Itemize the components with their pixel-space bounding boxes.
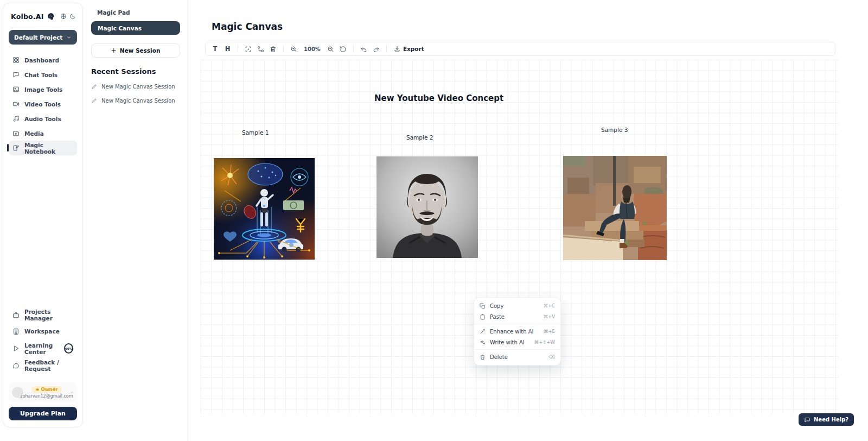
- sidebar-item-magic-notebook[interactable]: Magic Notebook: [9, 141, 77, 155]
- sidebar-item-label: Audio Tools: [24, 116, 61, 122]
- undo-button[interactable]: [358, 43, 370, 54]
- sidebar-item-label: Dashboard: [24, 57, 59, 64]
- sidebar-item-chat-tools[interactable]: Chat Tools: [9, 67, 77, 82]
- trash-icon: [480, 354, 486, 360]
- undo-icon: [360, 46, 367, 53]
- chevron-up-icon: [70, 390, 74, 394]
- need-help-button[interactable]: Need Help?: [799, 413, 854, 426]
- message-circle-icon: [12, 362, 20, 369]
- delete-tool-button[interactable]: [267, 43, 279, 54]
- upgrade-plan-button[interactable]: Upgrade Plan: [9, 407, 77, 420]
- panel-item-magic-pad[interactable]: Magic Pad: [91, 9, 180, 16]
- toolbar-divider: [283, 45, 284, 53]
- context-menu-label: Enhance with AI: [490, 329, 533, 335]
- page-title: Magic Canvas: [212, 21, 283, 32]
- trash-icon: [270, 46, 277, 53]
- sidebar-item-audio-tools[interactable]: Audio Tools: [9, 111, 77, 126]
- reset-view-button[interactable]: [337, 43, 349, 54]
- context-menu-item-enhance-with-ai[interactable]: Enhance with AI ⌘+E: [474, 326, 560, 337]
- sidebar-item-image-tools[interactable]: Image Tools: [9, 82, 77, 97]
- play-icon: [12, 345, 20, 352]
- sidebar-item-projects-manager[interactable]: Projects Manager: [9, 307, 77, 323]
- context-menu-item-write-with-ai[interactable]: Write with AI ⌘+⇧+W: [474, 337, 560, 348]
- context-menu-label: Paste: [490, 314, 505, 320]
- toolbar-divider: [353, 45, 354, 53]
- sidebar-item-video-tools[interactable]: Video Tools: [9, 97, 77, 111]
- redo-button[interactable]: [370, 43, 382, 54]
- need-help-label: Need Help?: [814, 417, 848, 423]
- recent-sessions-heading: Recent Sessions: [91, 67, 180, 75]
- context-menu-item-paste[interactable]: Paste ⌘+V: [474, 311, 560, 322]
- text-tool-glyph: T: [213, 45, 218, 53]
- panel-item-magic-canvas[interactable]: Magic Canvas: [91, 21, 180, 35]
- download-icon: [394, 46, 400, 52]
- role-badge: Owner: [31, 386, 61, 393]
- sidebar-item-label: Magic Notebook: [24, 142, 73, 155]
- chevron-down-icon: [66, 35, 72, 40]
- session-item[interactable]: New Magic Canvas Session: [91, 98, 180, 104]
- help-chat-icon: [804, 417, 810, 423]
- media-folder-icon: [12, 130, 20, 137]
- text-tool-button[interactable]: T: [209, 43, 221, 54]
- ai-select-button[interactable]: [242, 43, 254, 54]
- active-indicator: [7, 144, 9, 152]
- sample-image-1[interactable]: [214, 158, 315, 260]
- context-menu-label: Copy: [490, 303, 503, 309]
- sidebar-item-label: Video Tools: [24, 101, 61, 108]
- toolbar-divider: [238, 45, 238, 53]
- sidebar-item-dashboard[interactable]: Dashboard: [9, 53, 77, 67]
- sample-image-3[interactable]: [563, 156, 667, 260]
- sessions-panel: Magic Pad Magic Canvas + New Session Rec…: [84, 0, 188, 441]
- plus-icon: +: [111, 47, 117, 54]
- heading-tool-button[interactable]: H: [221, 43, 234, 54]
- notebook-pen-icon: [12, 144, 20, 152]
- language-globe-icon[interactable]: [60, 12, 67, 21]
- sample-1-label[interactable]: Sample 1: [242, 129, 269, 136]
- learning-progress-badge: 66%: [64, 343, 73, 354]
- canvas-heading[interactable]: New Youtube Video Concept: [374, 93, 503, 103]
- sample-image-2[interactable]: [376, 156, 478, 258]
- context-menu-shortcut: ⌘+⇧+W: [534, 339, 555, 345]
- user-email: zoharvan12@gmail.com: [20, 394, 73, 399]
- brand-logo: Kolbo.AI: [11, 12, 44, 21]
- redo-icon: [373, 46, 380, 53]
- briefcase-icon: [12, 312, 20, 319]
- context-menu-shortcut: ⌘+C: [543, 303, 555, 308]
- sidebar-nav: Dashboard Chat Tools Image Tools Video T…: [9, 53, 77, 155]
- new-session-label: New Session: [120, 47, 161, 54]
- workflow-button[interactable]: [254, 43, 267, 54]
- sidebar-item-workspace[interactable]: Workspace: [9, 323, 77, 339]
- magic-canvas-grid[interactable]: New Youtube Video Concept Sample 1 Sampl…: [201, 60, 839, 414]
- copy-icon: [480, 303, 486, 309]
- project-selector[interactable]: Default Project: [9, 30, 77, 45]
- sample-2-label[interactable]: Sample 2: [406, 134, 433, 141]
- sidebar-item-label: Workspace: [24, 328, 60, 335]
- export-label: Export: [403, 46, 424, 52]
- context-menu-label: Write with AI: [490, 339, 525, 345]
- context-menu-item-delete[interactable]: Delete ⌫: [474, 351, 560, 362]
- zoom-level: 100%: [304, 46, 321, 52]
- sample-3-label[interactable]: Sample 3: [601, 127, 628, 133]
- session-item-label: New Magic Canvas Session: [101, 84, 175, 90]
- context-menu-item-copy[interactable]: Copy ⌘+C: [474, 300, 560, 311]
- dark-mode-moon-icon[interactable]: [69, 12, 76, 21]
- sidebar-item-feedback-request[interactable]: Feedback / Request: [9, 357, 77, 374]
- sidebar-item-learning-center[interactable]: Learning Center 66%: [9, 339, 77, 357]
- user-account-chip[interactable]: Owner zoharvan12@gmail.com: [9, 382, 77, 402]
- context-menu-divider: [474, 324, 560, 324]
- zoom-out-button[interactable]: [324, 43, 337, 54]
- sidebar: Kolbo.AI Default Project Dashboard: [3, 3, 83, 427]
- session-item[interactable]: New Magic Canvas Session: [91, 84, 180, 90]
- app-root: Kolbo.AI Default Project Dashboard: [0, 0, 868, 441]
- sidebar-item-label: Image Tools: [24, 86, 62, 93]
- dashboard-grid-icon: [12, 56, 20, 64]
- zoom-in-icon: [290, 46, 297, 53]
- brain-head-icon: [47, 12, 55, 21]
- zoom-out-icon: [327, 46, 334, 53]
- new-session-button[interactable]: + New Session: [91, 43, 180, 58]
- export-button[interactable]: Export: [391, 43, 427, 54]
- sidebar-item-media[interactable]: Media: [9, 126, 77, 141]
- chat-bubble-icon: [12, 71, 20, 78]
- workflow-branch-icon: [257, 46, 264, 53]
- zoom-in-button[interactable]: [288, 43, 300, 54]
